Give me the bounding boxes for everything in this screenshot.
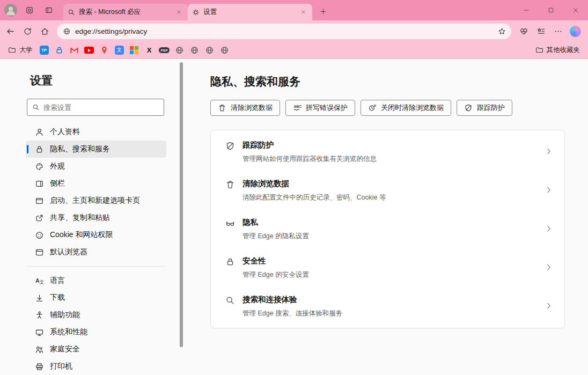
bookmark-globe-3[interactable] (203, 44, 216, 57)
sidebar-item-privacy[interactable]: 隐私、搜索和服务 (26, 141, 166, 158)
minimize-button[interactable] (514, 0, 539, 20)
tab-close-icon[interactable] (298, 8, 308, 17)
chevron-right-icon (545, 263, 554, 272)
person-icon (34, 127, 44, 137)
search-icon (68, 9, 75, 16)
row-title: 搜索和连接体验 (242, 295, 342, 305)
sidebar-item-accessibility[interactable]: 辅助功能 (26, 306, 166, 323)
sidebar-item-downloads[interactable]: 下载 (26, 289, 166, 306)
sidebar-item-printers[interactable]: 打印机 (26, 358, 166, 375)
trash-icon (225, 179, 236, 190)
tracking-prevention-button[interactable]: 跟踪防护 (457, 100, 512, 116)
page-title: 隐私、搜索和服务 (210, 74, 564, 89)
bookmark-lock[interactable] (53, 44, 65, 57)
typo-protection-button[interactable]: ABC 拼写错误保护 (285, 100, 355, 116)
translate-icon: 文 (115, 46, 124, 55)
row-desc: 清除此配置文件中的历史记录、密码、Cookie 等 (242, 193, 386, 202)
home-icon[interactable] (36, 23, 53, 39)
clear-browsing-data-button[interactable]: 清除浏览数据 (210, 100, 280, 116)
row-security[interactable]: 安全性 管理 Edge 的安全设置 (211, 248, 564, 287)
browser-essentials-icon[interactable] (516, 23, 532, 39)
copilot-icon[interactable] (570, 26, 581, 37)
x-logo-icon: X (147, 46, 152, 54)
sidebar-item-languages[interactable]: A文 语言 (26, 272, 166, 289)
tab-title: 设置 (203, 8, 295, 17)
row-search-services[interactable]: 搜索和连接体验 管理 Edge 搜索、连接体验和服务 (211, 287, 564, 326)
sidebar-item-label: 启动、主页和新建选项卡页 (50, 196, 140, 205)
close-button[interactable] (563, 0, 588, 20)
family-icon (34, 344, 44, 354)
button-label: 清除浏览数据 (231, 103, 273, 113)
bookmark-globe-4[interactable] (218, 44, 231, 57)
sidebar-item-label: 下载 (50, 293, 65, 303)
sidebar-item-share[interactable]: 共享、复制和粘贴 (26, 209, 166, 226)
maximize-button[interactable] (539, 0, 563, 20)
system-icon (34, 327, 44, 337)
bookmark-tp[interactable]: TP (38, 44, 50, 57)
settings-search-box[interactable] (27, 99, 164, 116)
other-favorites-button[interactable]: 其他收藏夹 (533, 44, 583, 57)
sidebar-item-startup[interactable]: 启动、主页和新建选项卡页 (26, 192, 166, 209)
back-icon[interactable] (2, 23, 18, 39)
settings-page: 设置 个人资料 隐私、搜索和服务 外观 (0, 59, 588, 375)
tab-actions-icon[interactable] (42, 3, 56, 17)
sidebar-item-appearance[interactable]: 外观 (26, 158, 166, 175)
chevron-right-icon (545, 148, 554, 156)
url-text[interactable]: edge://settings/privacy (75, 27, 491, 35)
tab-close-icon[interactable] (174, 8, 183, 17)
sidebar-item-default-browser[interactable]: 默认浏览器 (26, 244, 166, 261)
quick-actions: 清除浏览数据 ABC 拼写错误保护 关闭时清除浏览数据 跟踪防护 (210, 100, 564, 116)
more-menu-icon[interactable] (550, 23, 566, 39)
bookmark-gmail[interactable] (68, 44, 80, 57)
clear-on-close-button[interactable]: 关闭时清除浏览数据 (361, 100, 451, 116)
search-icon (225, 295, 236, 306)
sidebar-item-label: 辅助功能 (50, 310, 80, 320)
workspaces-icon[interactable] (23, 3, 36, 17)
sidebar-item-family[interactable]: 家庭安全 (26, 341, 166, 358)
sidebar-item-system[interactable]: 系统和性能 (26, 323, 166, 341)
favorites-hub-icon[interactable] (533, 23, 549, 39)
bookmark-ms-grid[interactable] (128, 44, 141, 57)
sidebar-item-cookies[interactable]: Cookie 和网站权限 (26, 226, 166, 244)
chevron-right-icon (545, 302, 554, 311)
bookmark-translate[interactable]: 文 (113, 44, 126, 57)
site-info-icon[interactable] (63, 27, 71, 35)
printer-icon (34, 362, 44, 371)
sidebar-item-profile[interactable]: 个人资料 (26, 123, 166, 141)
sidebar-item-label: 家庭安全 (50, 344, 80, 354)
tab-settings[interactable]: 设置 (188, 4, 312, 20)
sidebar-divider (26, 266, 166, 267)
spellcheck-abc-icon: ABC (293, 104, 302, 112)
bookmark-psp[interactable]: PSP (158, 44, 171, 57)
tab-strip: 搜索 - Microsoft 必应 设置 (63, 0, 330, 20)
bookmark-x[interactable]: X (143, 44, 156, 57)
sidebar-menu: 个人资料 隐私、搜索和服务 外观 侧栏 启动、主页和新建选项卡页 (0, 123, 179, 375)
sidebar-scrollbar[interactable] (179, 59, 185, 375)
row-privacy[interactable]: 隐私 管理 Edge 的隐私设置 (211, 210, 564, 248)
bookmark-maps[interactable] (98, 44, 111, 57)
sidebar-item-label: 系统和性能 (50, 327, 87, 337)
sidebar-item-label: 外观 (50, 161, 65, 171)
sidebar-item-label: 个人资料 (50, 127, 80, 137)
favorite-star-icon[interactable] (495, 25, 508, 38)
bookmark-folder-university[interactable]: 大学 (5, 44, 35, 57)
address-bar[interactable]: edge://settings/privacy (57, 24, 511, 39)
youtube-icon (84, 47, 94, 54)
bookmark-youtube[interactable] (83, 44, 95, 57)
settings-search-input[interactable] (43, 104, 159, 112)
folder-icon (535, 46, 543, 54)
scrollbar-thumb[interactable] (180, 62, 183, 347)
new-tab-button[interactable] (315, 4, 330, 19)
refresh-icon[interactable] (19, 23, 35, 39)
bookmark-globe-2[interactable] (188, 44, 201, 57)
startup-icon (34, 196, 44, 205)
row-clear-browsing-data[interactable]: 清除浏览数据 清除此配置文件中的历史记录、密码、Cookie 等 (211, 171, 564, 210)
chevron-right-icon (545, 225, 554, 233)
bookmark-globe-1[interactable] (173, 44, 186, 57)
sidebar-item-sidebar[interactable]: 侧栏 (26, 175, 166, 192)
appearance-icon (34, 161, 44, 171)
profile-avatar[interactable] (4, 4, 17, 17)
sidebar-item-label: 默认浏览器 (50, 247, 87, 257)
row-tracking-prevention[interactable]: 跟踪防护 管理网站如何使用跟踪器收集有关浏览的信息 (211, 133, 564, 171)
tab-bing-search[interactable]: 搜索 - Microsoft 必应 (63, 4, 188, 20)
